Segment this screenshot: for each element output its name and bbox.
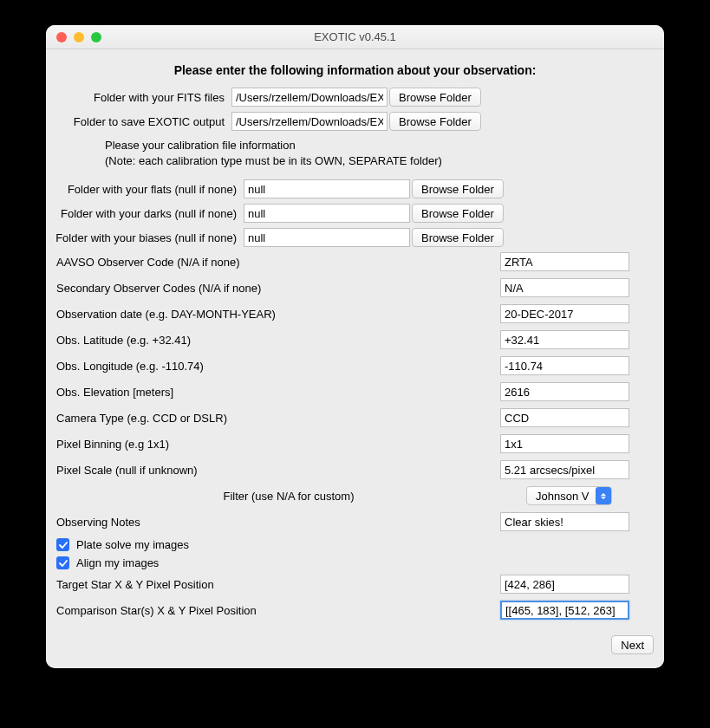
- elev-label: Obs. Elevation [meters]: [51, 386, 500, 399]
- lon-row: Obs. Longitude (e.g. -110.74): [51, 356, 659, 375]
- close-icon[interactable]: [56, 32, 67, 42]
- filter-value: Johnson V: [536, 490, 589, 503]
- output-folder-row: Folder to save EXOTIC output Browse Fold…: [51, 112, 659, 131]
- flats-input[interactable]: [244, 179, 410, 198]
- fits-browse-button[interactable]: Browse Folder: [389, 88, 481, 107]
- align-row: Align my images: [51, 556, 659, 569]
- date-label: Observation date (e.g. DAY-MONTH-YEAR): [51, 308, 500, 321]
- align-label: Align my images: [76, 556, 159, 569]
- comparison-input[interactable]: [500, 601, 629, 620]
- elev-row: Obs. Elevation [meters]: [51, 382, 659, 401]
- page-heading: Please enter the following information a…: [51, 58, 659, 88]
- darks-label: Folder with your darks (null if none): [51, 207, 244, 220]
- flats-row: Folder with your flats (null if none) Br…: [51, 179, 659, 198]
- darks-browse-button[interactable]: Browse Folder: [412, 204, 504, 223]
- lat-label: Obs. Latitude (e.g. +32.41): [51, 334, 500, 347]
- flats-label: Folder with your flats (null if none): [51, 183, 244, 196]
- filter-select[interactable]: Johnson V: [526, 486, 612, 505]
- biases-input[interactable]: [244, 228, 410, 247]
- plate-solve-label: Plate solve my images: [76, 538, 189, 551]
- fits-folder-label: Folder with your FITS files: [51, 91, 231, 104]
- target-input[interactable]: [500, 575, 629, 594]
- fits-folder-input[interactable]: [231, 88, 388, 107]
- titlebar: EXOTIC v0.45.1: [46, 25, 664, 49]
- filter-label: Filter (use N/A for custom): [51, 490, 526, 503]
- target-label: Target Star X & Y Pixel Position: [51, 578, 500, 591]
- calibration-note-line1: Please your calibration file information: [105, 138, 659, 153]
- darks-input[interactable]: [244, 204, 410, 223]
- aavso-label: AAVSO Observer Code (N/A if none): [51, 256, 500, 269]
- elev-input[interactable]: [500, 382, 629, 401]
- plate-solve-row: Plate solve my images: [51, 538, 659, 551]
- check-icon: [59, 559, 68, 568]
- camera-row: Camera Type (e.g. CCD or DSLR): [51, 408, 659, 427]
- camera-label: Camera Type (e.g. CCD or DSLR): [51, 412, 500, 425]
- secondary-input[interactable]: [500, 278, 629, 297]
- scale-row: Pixel Scale (null if unknown): [51, 460, 659, 479]
- darks-row: Folder with your darks (null if none) Br…: [51, 204, 659, 223]
- notes-label: Observing Notes: [51, 516, 500, 529]
- lon-input[interactable]: [500, 356, 629, 375]
- camera-input[interactable]: [500, 408, 629, 427]
- biases-row: Folder with your biases (null if none) B…: [51, 228, 659, 247]
- chevron-updown-icon: [596, 487, 611, 504]
- binning-label: Pixel Binning (e.g 1x1): [51, 438, 500, 451]
- scale-input[interactable]: [500, 460, 629, 479]
- comparison-row: Comparison Star(s) X & Y Pixel Position: [51, 601, 659, 620]
- filter-row: Filter (use N/A for custom) Johnson V: [51, 486, 659, 505]
- lat-input[interactable]: [500, 330, 629, 349]
- calibration-note-line2: (Note: each calibration type must be in …: [105, 153, 659, 169]
- window-title: EXOTIC v0.45.1: [46, 30, 664, 43]
- check-icon: [59, 541, 68, 549]
- output-folder-input[interactable]: [231, 112, 388, 131]
- traffic-lights: [46, 32, 101, 42]
- lat-row: Obs. Latitude (e.g. +32.41): [51, 330, 659, 349]
- output-browse-button[interactable]: Browse Folder: [389, 112, 481, 131]
- fits-folder-row: Folder with your FITS files Browse Folde…: [51, 88, 659, 107]
- align-checkbox[interactable]: [56, 556, 69, 569]
- date-input[interactable]: [500, 304, 629, 323]
- minimize-icon[interactable]: [74, 32, 84, 42]
- plate-solve-checkbox[interactable]: [56, 538, 69, 551]
- lon-label: Obs. Longitude (e.g. -110.74): [51, 360, 500, 373]
- maximize-icon[interactable]: [91, 32, 101, 42]
- secondary-row: Secondary Observer Codes (N/A if none): [51, 278, 659, 297]
- flats-browse-button[interactable]: Browse Folder: [412, 179, 504, 198]
- biases-label: Folder with your biases (null if none): [51, 231, 244, 244]
- app-window: EXOTIC v0.45.1 Please enter the followin…: [46, 25, 664, 668]
- form-content: Please enter the following information a…: [46, 49, 664, 663]
- secondary-label: Secondary Observer Codes (N/A if none): [51, 282, 500, 295]
- aavso-input[interactable]: [500, 252, 629, 271]
- output-folder-label: Folder to save EXOTIC output: [51, 115, 231, 128]
- target-row: Target Star X & Y Pixel Position: [51, 575, 659, 594]
- calibration-note: Please your calibration file information…: [51, 136, 659, 179]
- binning-row: Pixel Binning (e.g 1x1): [51, 434, 659, 453]
- comparison-label: Comparison Star(s) X & Y Pixel Position: [51, 604, 500, 617]
- notes-row: Observing Notes: [51, 512, 659, 531]
- next-button[interactable]: Next: [611, 635, 654, 654]
- binning-input[interactable]: [500, 434, 629, 453]
- date-row: Observation date (e.g. DAY-MONTH-YEAR): [51, 304, 659, 323]
- next-row: Next: [51, 627, 659, 654]
- notes-input[interactable]: [500, 512, 629, 531]
- biases-browse-button[interactable]: Browse Folder: [412, 228, 504, 247]
- scale-label: Pixel Scale (null if unknown): [51, 464, 500, 477]
- aavso-row: AAVSO Observer Code (N/A if none): [51, 252, 659, 271]
